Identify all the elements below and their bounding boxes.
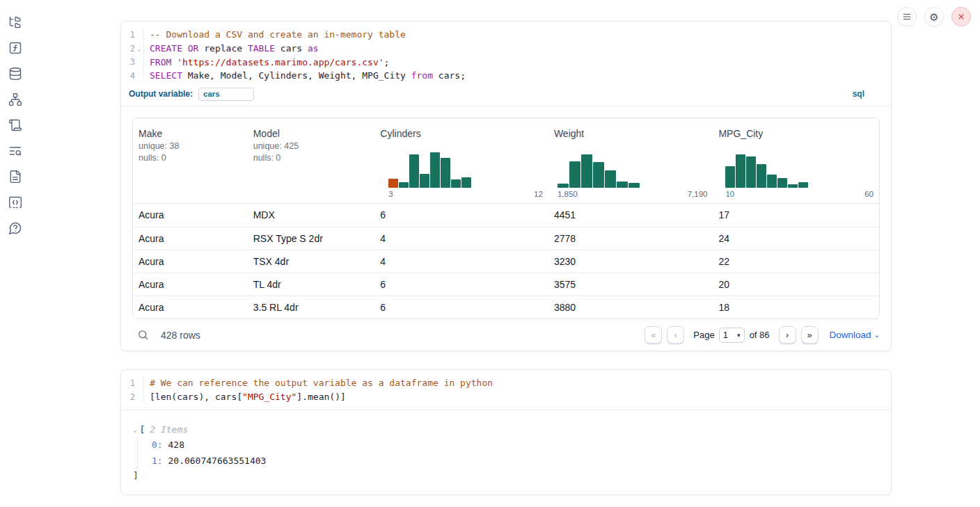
histogram-bars <box>558 150 708 188</box>
line-gutter: 2 <box>121 390 144 404</box>
menu-button[interactable] <box>897 7 917 26</box>
data-table: Makeunique: 38nulls: 0Modelunique: 425nu… <box>132 118 880 319</box>
column-label: Make <box>139 128 242 139</box>
column-header-cylinders[interactable]: Cylinders312 <box>374 118 548 203</box>
search-logs-icon[interactable] <box>8 144 22 158</box>
tree-entry: 0: 428 <box>152 437 891 453</box>
pagination: « ‹ Page 1 ▾ of 86 › » Download ⌄ <box>645 326 880 344</box>
logs-icon[interactable] <box>8 118 22 132</box>
chevrons-left-icon: « <box>651 330 656 340</box>
sql-code-editor[interactable]: 1-- Download a CSV and create an in-memo… <box>121 22 891 83</box>
python-code-editor[interactable]: 1# We can reference the output variable … <box>121 370 891 410</box>
code-line[interactable]: 1-- Download a CSV and create an in-memo… <box>121 28 891 42</box>
table-cell: 2778 <box>548 227 713 250</box>
table-row[interactable]: AcuraTL 4dr6357520 <box>133 273 879 296</box>
output-variable-input[interactable] <box>198 88 254 101</box>
code-line[interactable]: 4SELECT Make, Model, Cylinders, Weight, … <box>121 69 891 83</box>
last-page-button[interactable]: » <box>801 326 819 344</box>
column-header-model[interactable]: Modelunique: 425nulls: 0 <box>248 118 375 203</box>
histogram-bar <box>409 154 419 188</box>
table-cell: 24 <box>713 227 879 250</box>
histogram-bar <box>746 156 756 188</box>
table-cell: TSX 4dr <box>248 250 375 273</box>
table-row[interactable]: AcuraMDX6445117 <box>133 204 879 227</box>
sql-cell: 1-- Download a CSV and create an in-memo… <box>120 21 892 351</box>
search-icon[interactable] <box>137 329 149 341</box>
column-stat: unique: 38 <box>139 141 242 151</box>
first-page-button[interactable]: « <box>645 326 662 344</box>
file-explorer-icon[interactable] <box>8 15 22 29</box>
table-cell: Acura <box>133 273 248 296</box>
chevrons-right-icon: » <box>807 330 812 340</box>
topbar-actions: ⚙ <box>897 7 971 26</box>
histogram-bar <box>388 179 398 188</box>
histogram-bars <box>388 150 543 188</box>
histogram-min-label: 3 <box>388 190 393 198</box>
column-header-mpg_city[interactable]: MPG_City1060 <box>713 118 879 203</box>
table-cell: 3230 <box>548 250 713 273</box>
column-stat: nulls: 0 <box>253 153 370 163</box>
code-text: -- Download a CSV and create an in-memor… <box>144 29 406 40</box>
table-cell: 6 <box>374 296 548 319</box>
help-icon[interactable] <box>8 221 22 235</box>
python-output: ⌄ [ 2 Items 0: 4281: 20.060747663551403 … <box>121 410 891 483</box>
page-total-label: of 86 <box>750 330 770 340</box>
chevron-down-icon: ▾ <box>737 332 741 339</box>
code-text: FROM 'https://datasets.marimo.app/cars.c… <box>144 57 389 67</box>
prev-page-button[interactable]: ‹ <box>667 326 684 344</box>
tree-entry-value: 428 <box>163 440 184 450</box>
histogram-bar <box>399 182 409 188</box>
code-line[interactable]: 3FROM 'https://datasets.marimo.app/cars.… <box>121 55 891 69</box>
collapse-chevron-icon[interactable]: ⌄ <box>133 422 136 437</box>
line-number: 3 <box>130 57 135 67</box>
fold-chevron-icon[interactable]: ⌄ <box>135 45 143 52</box>
table-cell: 18 <box>713 296 879 319</box>
table-cell: Acura <box>133 227 248 250</box>
close-button[interactable] <box>951 7 971 26</box>
column-header-weight[interactable]: Weight1,8507,190 <box>548 118 713 203</box>
hamburger-icon <box>902 12 912 22</box>
column-histogram: 1060 <box>725 150 874 198</box>
python-cell: 1# We can reference the output variable … <box>120 369 892 495</box>
table-row[interactable]: AcuraTSX 4dr4323022 <box>133 250 879 273</box>
line-gutter: 2⌄ <box>121 42 144 56</box>
histogram-bar <box>461 177 471 188</box>
table-cell: 17 <box>713 204 879 227</box>
tree-root-row: ⌄ [ 2 Items <box>133 422 891 437</box>
page-label: Page <box>693 330 714 340</box>
settings-button[interactable]: ⚙ <box>924 7 944 26</box>
sql-cell-meta-row: Output variable: sql <box>121 83 891 106</box>
sidebar-panel <box>0 0 31 507</box>
table-cell: Acura <box>133 296 248 319</box>
next-page-button[interactable]: › <box>779 326 796 344</box>
page-select[interactable]: 1 ▾ <box>719 328 745 343</box>
histogram-axis-labels: 1,8507,190 <box>558 190 708 198</box>
table-cell: 4 <box>374 227 548 250</box>
histogram-bar <box>605 170 616 188</box>
histogram-max-label: 12 <box>534 190 543 198</box>
table-row[interactable]: Acura3.5 RL 4dr6388018 <box>133 296 879 319</box>
table-cell: 20 <box>713 273 879 296</box>
code-line[interactable]: 2[len(cars), cars["MPG_City"].mean()] <box>121 390 891 404</box>
dependency-graph-icon[interactable] <box>8 92 22 106</box>
column-histogram: 1,8507,190 <box>558 150 708 198</box>
table-row[interactable]: AcuraRSX Type S 2dr4277824 <box>133 227 879 250</box>
column-stat: nulls: 0 <box>139 153 242 163</box>
table-cell: MDX <box>248 204 375 227</box>
column-label: Cylinders <box>380 128 543 139</box>
code-line[interactable]: 2⌄CREATE OR replace TABLE cars as <box>121 42 891 56</box>
code-line[interactable]: 1# We can reference the output variable … <box>121 376 891 390</box>
tree-entry-key: 1: <box>152 456 163 466</box>
variables-icon[interactable] <box>8 41 22 55</box>
table-cell: 6 <box>374 273 548 296</box>
line-gutter: 1 <box>121 28 144 42</box>
documentation-icon[interactable] <box>8 170 22 184</box>
snippets-icon[interactable] <box>8 195 22 209</box>
histogram-bar <box>593 162 604 188</box>
download-button[interactable]: Download ⌄ <box>830 330 880 340</box>
line-number: 2 <box>130 44 135 54</box>
datasources-icon[interactable] <box>8 67 22 81</box>
column-header-make[interactable]: Makeunique: 38nulls: 0 <box>133 118 248 203</box>
gear-icon: ⚙ <box>929 12 938 22</box>
line-number: 1 <box>130 30 135 40</box>
